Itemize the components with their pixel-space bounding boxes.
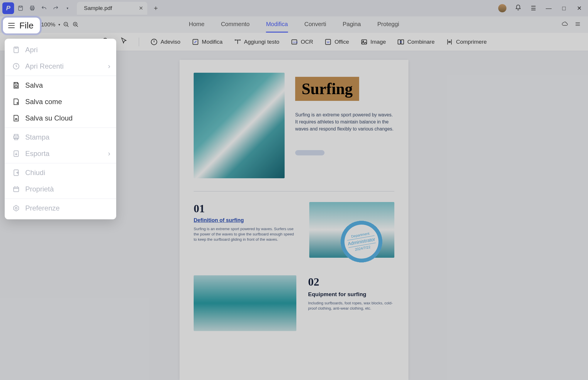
doc-title: Surfing (295, 77, 359, 101)
svg-marker-31 (13, 205, 18, 211)
zoom-dropdown-icon[interactable]: ▾ (58, 23, 60, 27)
zoom-out-icon[interactable] (63, 21, 70, 28)
file-menu-apri: Apri (5, 42, 116, 58)
file-menu-salva[interactable]: Salva (5, 77, 116, 94)
file-menu-proprietà: Proprietà (5, 181, 116, 197)
file-menu-button[interactable]: File (3, 18, 40, 33)
doc-intro: Surfing is an extreme sport powered by w… (295, 111, 394, 133)
select-tool-icon[interactable] (120, 37, 128, 47)
print-quickicon[interactable] (27, 3, 38, 13)
svg-rect-24 (15, 86, 18, 87)
tool-ocr[interactable]: OCROCR (290, 38, 313, 46)
tab-close-icon[interactable]: ✕ (139, 5, 143, 11)
save-quickicon[interactable] (15, 3, 26, 13)
tool-image[interactable]: Image (360, 38, 386, 46)
undo-icon[interactable] (39, 3, 49, 13)
zoom-in-icon[interactable] (72, 21, 79, 28)
pdf-page: Surfing Surfing is an extreme sport powe… (180, 60, 408, 380)
file-dropdown: ApriApri Recenti›SalvaSalva comeSalva su… (5, 39, 116, 219)
menu-separator (5, 199, 116, 199)
section1-heading-link[interactable]: Definition of surfing (194, 217, 298, 223)
menu-separator (5, 128, 116, 128)
menubar: 100% ▾ Home Commento Modifica Converti P… (0, 16, 588, 33)
window-close[interactable]: ✕ (576, 5, 583, 12)
hero-image (194, 73, 285, 178)
tool-comprimere[interactable]: Comprimere (446, 38, 487, 46)
window-maximize[interactable]: □ (560, 5, 567, 12)
tab-label: Sample.pdf (84, 5, 112, 11)
redo-icon[interactable] (50, 3, 61, 13)
file-menu-esporta: Esporta› (5, 145, 116, 162)
section2-body: Including surfboards, foot ropes, wax bl… (308, 301, 394, 311)
divider (194, 191, 394, 191)
panels-icon[interactable] (575, 21, 581, 28)
main-nav: Home Commento Modifica Converti Pagina P… (189, 17, 399, 33)
nav-modifica[interactable]: Modifica (266, 17, 288, 33)
user-avatar[interactable] (498, 4, 506, 12)
titlebar: P ▾ Sample.pdf ✕ + ☰ — □ ✕ (0, 0, 588, 16)
section2-number: 02 (308, 275, 394, 288)
file-menu-apri-recenti: Apri Recenti› (5, 58, 116, 74)
svg-text:OCR: OCR (293, 41, 298, 44)
section1-number: 01 (194, 202, 298, 215)
svg-point-32 (15, 207, 17, 209)
nav-converti[interactable]: Converti (304, 17, 326, 33)
section1-body: Surfing is an extreme sport powered by w… (194, 226, 298, 242)
menu-separator (5, 76, 116, 76)
svg-rect-23 (15, 82, 18, 84)
svg-rect-0 (18, 6, 22, 11)
nav-proteggi[interactable]: Proteggi (377, 17, 399, 33)
svg-rect-21 (14, 47, 18, 53)
tool-aggiungi-testo[interactable]: Aggiungi testo (234, 38, 279, 46)
toolbar-separator (139, 38, 139, 46)
window-minimize[interactable]: — (545, 5, 552, 12)
app-logo[interactable]: P (2, 2, 14, 14)
hamburger-icon[interactable]: ☰ (530, 5, 537, 12)
nav-commento[interactable]: Commento (221, 17, 250, 33)
file-menu-stampa: Stampa (5, 129, 116, 145)
tool-combinare[interactable]: Combinare (397, 38, 435, 46)
nav-pagina[interactable]: Pagina (343, 17, 361, 33)
menu-separator (5, 163, 116, 163)
tool-modifica[interactable]: Modifica (192, 38, 223, 46)
dropdown-quick-icon[interactable]: ▾ (62, 3, 73, 13)
svg-rect-12 (361, 40, 366, 44)
file-menu-preferenze: Preferenze (5, 200, 116, 216)
svg-rect-27 (15, 138, 18, 140)
tool-adeviso[interactable]: Adeviso (150, 38, 180, 46)
file-menu-salva-come[interactable]: Salva come (5, 94, 116, 110)
svg-rect-3 (31, 9, 33, 10)
section2-image (194, 275, 296, 331)
svg-rect-30 (13, 187, 18, 192)
document-tab[interactable]: Sample.pdf ✕ (77, 2, 147, 15)
cloud-sync-icon[interactable] (562, 21, 568, 28)
section2-heading: Equipment for surfing (308, 291, 394, 298)
placeholder-pill (295, 150, 325, 155)
file-menu-chiudi: Chiudi (5, 164, 116, 181)
file-button-label: File (19, 21, 33, 30)
zoom-controls: 100% ▾ (41, 21, 79, 28)
svg-text:W: W (327, 40, 330, 44)
new-tab-button[interactable]: + (154, 4, 158, 12)
approval-stamp: Department Administrator 2024/7/22 (341, 221, 382, 262)
nav-home[interactable]: Home (189, 17, 205, 33)
notifications-icon[interactable] (515, 4, 522, 12)
tool-office[interactable]: WOffice (324, 38, 349, 46)
file-menu-salva-su-cloud[interactable]: Salva su Cloud (5, 110, 116, 126)
zoom-value: 100% (41, 21, 55, 28)
